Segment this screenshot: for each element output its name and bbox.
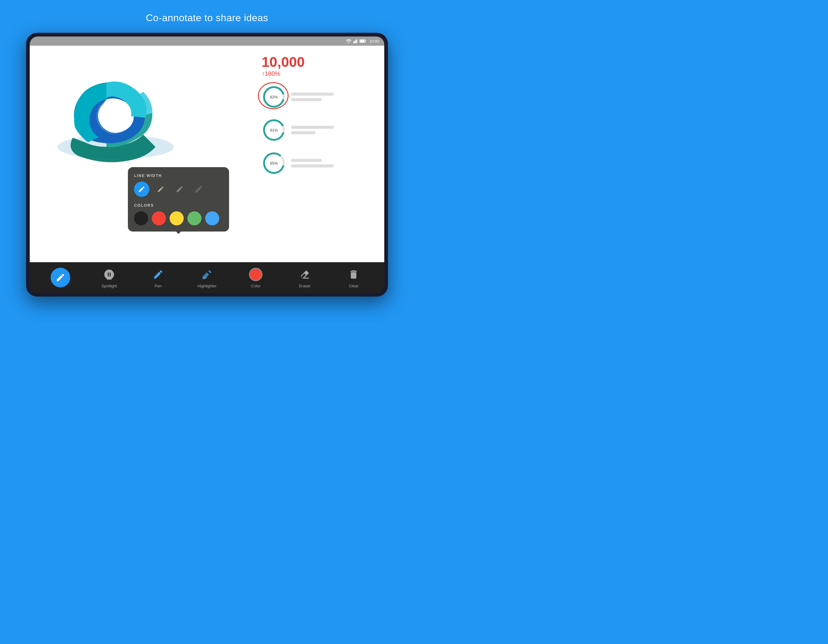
- pen-active-circle: [50, 268, 70, 287]
- colors-label: COLORS: [134, 203, 223, 208]
- tool-color[interactable]: Color: [240, 267, 271, 288]
- tool-pen[interactable]: Pen: [143, 267, 174, 288]
- big-number: 10,000: [262, 55, 366, 69]
- line-width-options[interactable]: [134, 182, 223, 197]
- tool-clear[interactable]: Clear: [338, 267, 369, 288]
- tool-spotlight[interactable]: Spotlight: [94, 267, 124, 288]
- stat-line: [291, 165, 334, 168]
- clear-label: Clear: [349, 284, 359, 288]
- line-width-xthick[interactable]: [191, 182, 206, 197]
- status-icons: 10:00: [346, 39, 380, 44]
- wifi-icon: [346, 39, 351, 43]
- color-yellow[interactable]: [169, 211, 184, 226]
- svg-rect-1: [353, 41, 354, 43]
- eraser-icon-container: [298, 267, 312, 282]
- color-circle-icon: [249, 268, 262, 281]
- circle-stat-3: 85%: [262, 151, 286, 175]
- color-icon-container: [248, 267, 263, 282]
- tool-pen-active[interactable]: [45, 268, 76, 287]
- svg-rect-6: [365, 41, 366, 42]
- stat-line: [291, 159, 322, 162]
- line-width-medium[interactable]: [153, 182, 168, 197]
- circle-label-1: 92%: [270, 95, 278, 99]
- bottom-toolbar: Spotlight Pen Highlig: [30, 262, 384, 293]
- svg-rect-3: [356, 39, 357, 43]
- stat-lines-2: [291, 126, 334, 134]
- circle-stat-2: 91%: [262, 118, 286, 142]
- thin-pen-icon: [138, 185, 145, 193]
- clear-icon: [348, 269, 359, 280]
- eraser-icon: [299, 269, 310, 280]
- circle-label-3: 85%: [270, 161, 278, 166]
- line-width-thick[interactable]: [172, 182, 187, 197]
- color-green[interactable]: [187, 211, 201, 226]
- tool-highlighter[interactable]: Highlighter: [192, 267, 222, 288]
- stat-lines-1: [291, 92, 334, 101]
- circle-stat-1: 92%: [262, 85, 286, 109]
- spotlight-icon-container: [102, 267, 116, 282]
- xthick-pen-icon: [194, 185, 203, 194]
- signal-icon: [353, 39, 358, 43]
- stat-lines-3: [291, 159, 334, 168]
- stat-row-3: 85%: [262, 151, 366, 175]
- svg-point-10: [97, 99, 131, 131]
- spotlight-icon: [104, 269, 115, 280]
- line-width-label: LINE WIDTH: [134, 173, 223, 178]
- annotation-popup: LINE WIDTH: [128, 167, 229, 232]
- stat-line: [291, 98, 322, 101]
- color-red[interactable]: [152, 211, 166, 226]
- stat-line: [291, 131, 315, 134]
- circle-label-2: 91%: [270, 128, 278, 133]
- tablet-device: 10:00: [26, 33, 388, 296]
- tablet-screen: 10:00: [30, 36, 384, 293]
- stat-line: [291, 126, 334, 129]
- svg-rect-2: [354, 41, 356, 43]
- svg-rect-21: [204, 277, 206, 279]
- donut-chart: [48, 52, 195, 174]
- stat-line: [291, 92, 334, 96]
- color-black[interactable]: [134, 211, 148, 226]
- highlighter-icon: [201, 269, 213, 280]
- highlighter-icon-container: [200, 267, 214, 282]
- percent-change: ↑180%: [262, 70, 366, 77]
- thick-pen-icon: [176, 185, 184, 193]
- pen-active-icon: [55, 273, 65, 282]
- svg-rect-4: [357, 39, 358, 43]
- highlighter-label: Highlighter: [198, 284, 216, 288]
- color-options[interactable]: [134, 211, 223, 226]
- clear-icon-container: [346, 267, 361, 282]
- tool-eraser[interactable]: Eraser: [290, 267, 320, 288]
- stat-row-1: 92%: [262, 85, 366, 109]
- eraser-label: Eraser: [299, 284, 310, 288]
- pen-icon-container: [151, 267, 166, 282]
- svg-point-0: [348, 42, 349, 43]
- content-area: 10,000 ↑180% 92%: [30, 46, 384, 262]
- status-bar: 10:00: [30, 36, 384, 46]
- medium-pen-icon: [157, 185, 165, 193]
- svg-rect-7: [360, 40, 365, 42]
- page-title: Co-annotate to share ideas: [146, 12, 268, 24]
- spotlight-label: Spotlight: [102, 284, 117, 288]
- battery-icon: [359, 39, 366, 43]
- pen-icon: [153, 269, 164, 280]
- color-label: Color: [251, 284, 261, 288]
- color-blue[interactable]: [205, 211, 219, 226]
- stats-panel: 10,000 ↑180% 92%: [262, 55, 366, 184]
- line-width-thin[interactable]: [134, 182, 149, 197]
- time-display: 10:00: [369, 39, 380, 44]
- pen-label: Pen: [155, 284, 162, 288]
- stat-row-2: 91%: [262, 118, 366, 142]
